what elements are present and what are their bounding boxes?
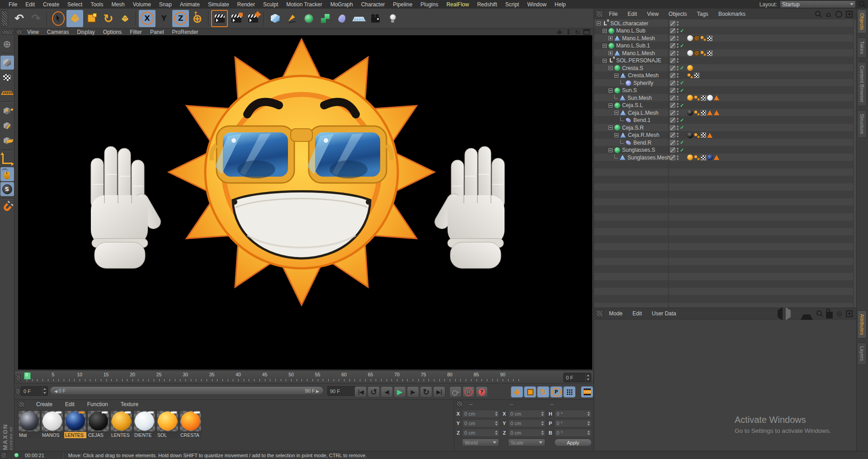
viewport-menu-view[interactable]: View [23, 29, 43, 35]
add-subdivision-surface[interactable] [300, 10, 317, 27]
menu-file[interactable]: File [5, 0, 21, 9]
layout-select[interactable]: Startup [780, 0, 856, 8]
object-row-ceja-l-mesh[interactable]: Ceja.L.Mesh [594, 109, 854, 117]
menu-render[interactable]: Render [233, 0, 259, 9]
menu-window[interactable]: Window [523, 0, 551, 9]
last-tool-used[interactable] [117, 10, 133, 27]
object-row-bend-1[interactable]: Bend.1✓ [594, 117, 854, 124]
menu-mesh[interactable]: Mesh [107, 0, 128, 9]
expand-toggle-icon[interactable] [603, 44, 607, 48]
expand-toggle-icon[interactable] [609, 51, 613, 55]
goto-start-button[interactable] [354, 386, 367, 398]
phong-tag[interactable] [700, 35, 706, 41]
world-dropdown[interactable]: World [462, 439, 499, 446]
stepper-icon[interactable] [494, 429, 499, 436]
viewport-menu-display[interactable]: Display [73, 29, 99, 35]
coordinate-field-b-2[interactable]: 0 ° [554, 429, 592, 437]
material-manos-manos[interactable]: MANOS [41, 410, 63, 438]
viewport-menu-filter[interactable]: Filter [126, 29, 146, 35]
om-menu-bookmarks[interactable]: Bookmarks [713, 11, 750, 17]
visibility-dots[interactable] [677, 148, 679, 152]
visibility-dots[interactable] [677, 58, 679, 63]
workplane-mode[interactable] [0, 85, 14, 99]
material-lentes-lentes_gold[interactable]: LENTES [110, 410, 132, 438]
layer-color-toggle[interactable] [670, 51, 675, 56]
viewport-canvas[interactable] [18, 35, 592, 370]
panel-drag-handle[interactable] [596, 10, 603, 18]
add-generator-object[interactable] [317, 10, 334, 27]
scale-tool[interactable] [83, 10, 100, 27]
tri-tag[interactable] [714, 110, 719, 115]
lock-x-axis[interactable] [139, 10, 156, 27]
weight-tag[interactable] [694, 36, 699, 41]
rotate-view-icon[interactable] [574, 29, 581, 35]
visibility-dots[interactable] [677, 28, 679, 33]
model-mode[interactable] [0, 56, 14, 70]
object-row-mano-l-sub[interactable]: Mano.L.Sub✓ [594, 27, 854, 35]
apply-button[interactable]: Apply [554, 439, 592, 446]
material-cejas-cejas[interactable]: CEJAS [87, 410, 109, 438]
manager-tab-objects[interactable]: Objects [858, 9, 867, 33]
mat-silver-tag[interactable] [707, 95, 713, 101]
mat-gold-tag[interactable] [687, 95, 693, 101]
panel-drag-handle[interactable] [16, 29, 22, 35]
keyframe-selection-button[interactable] [476, 386, 488, 398]
expand-toggle-icon[interactable] [597, 21, 601, 25]
history-back-icon[interactable] [771, 307, 783, 320]
am-menu-user-data[interactable]: User Data [647, 310, 681, 317]
uvw-tag[interactable] [694, 73, 699, 78]
add-manager-icon[interactable] [846, 310, 853, 317]
pan-view-icon[interactable] [556, 29, 563, 35]
visibility-dots[interactable] [677, 103, 679, 108]
lock-y-axis[interactable] [156, 10, 172, 27]
layer-color-toggle[interactable] [670, 73, 675, 78]
menu-motion-tracker[interactable]: Motion Tracker [282, 0, 326, 9]
visibility-dots[interactable] [677, 141, 679, 145]
goto-end-button[interactable] [433, 386, 445, 398]
layer-color-toggle[interactable] [670, 117, 675, 123]
visibility-dots[interactable] [677, 155, 679, 160]
move-tool[interactable] [66, 10, 83, 27]
manager-tab-content-browser[interactable]: Content Browser [858, 62, 867, 106]
search-icon[interactable] [816, 310, 823, 317]
layer-color-toggle[interactable] [670, 88, 675, 93]
coordinate-field-x-1[interactable]: 0 cm [508, 410, 546, 418]
menu-select[interactable]: Select [63, 0, 86, 9]
expand-toggle-icon[interactable] [609, 126, 613, 130]
expand-toggle-icon[interactable] [614, 74, 618, 78]
object-row-mano-l-mesh[interactable]: Mano.L.Mesh [594, 49, 854, 57]
layer-color-toggle[interactable] [670, 21, 675, 26]
key-point-level-toggle[interactable] [563, 386, 576, 398]
menu-redshift[interactable]: Redshift [473, 0, 501, 9]
am-menu-mode[interactable]: Mode [604, 310, 627, 317]
open-timeline-button[interactable] [581, 386, 593, 398]
om-menu-file[interactable]: File [604, 11, 623, 17]
live-selection-tool[interactable] [50, 10, 66, 27]
weight-tag[interactable] [694, 51, 699, 56]
uvw-tag[interactable] [707, 36, 712, 41]
menu-help[interactable]: Help [551, 0, 570, 9]
om-menu-edit[interactable]: Edit [623, 11, 642, 17]
layer-color-toggle[interactable] [670, 125, 675, 131]
manager-tab-attributes[interactable]: Attributes [858, 310, 867, 338]
add-camera[interactable] [367, 10, 384, 27]
panel-drag-handle[interactable] [596, 310, 603, 317]
zoom-view-icon[interactable] [565, 29, 572, 35]
coordinate-field-x-0[interactable]: 0 cm [462, 410, 500, 418]
stepper-icon[interactable] [540, 429, 545, 436]
phong-tag[interactable] [694, 110, 700, 116]
phong-tag[interactable] [700, 50, 706, 56]
phong-tag[interactable] [687, 73, 693, 79]
range-start-spinner[interactable]: 0 F [21, 386, 48, 396]
play-loop-button[interactable] [420, 386, 432, 398]
expand-toggle-icon[interactable] [609, 36, 613, 40]
toggle-panel-view-icon[interactable] [583, 29, 590, 35]
visibility-dots[interactable] [677, 43, 679, 48]
layer-color-toggle[interactable] [670, 140, 675, 145]
layer-color-toggle[interactable] [670, 147, 675, 153]
om-menu-view[interactable]: View [642, 11, 664, 17]
key-rotation-toggle[interactable] [537, 386, 549, 398]
visibility-dots[interactable] [677, 36, 679, 41]
texture-mode[interactable] [0, 70, 14, 84]
tri-tag[interactable] [707, 133, 712, 138]
